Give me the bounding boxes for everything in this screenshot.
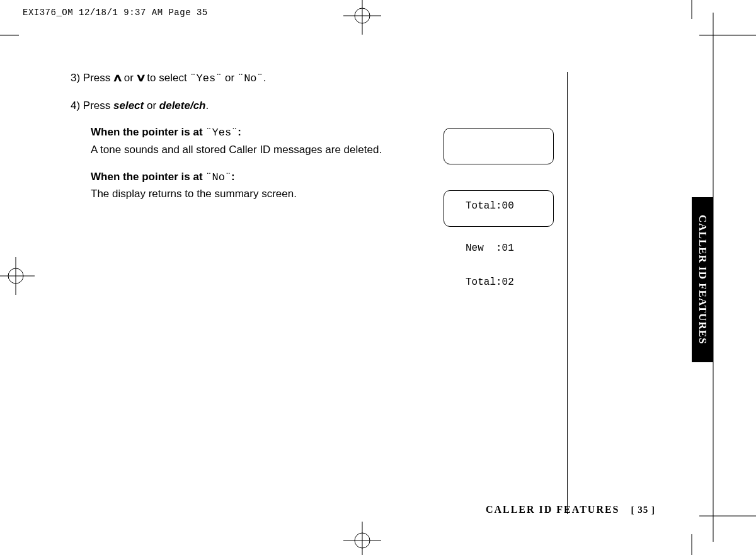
text: or <box>121 72 137 84</box>
lcd-text-no: ¨No¨ <box>205 171 231 183</box>
no-case-block: When the pointer is at ¨No¨: The display… <box>91 169 387 202</box>
up-arrow-icon: ∧ <box>112 71 123 86</box>
registration-mark-top-icon <box>343 0 381 35</box>
text: or <box>144 100 159 112</box>
registration-mark-left-icon <box>0 257 35 295</box>
side-tab-label: CALLER ID FEATURES <box>692 197 713 362</box>
text: or <box>222 72 238 84</box>
text: . <box>206 100 209 112</box>
page-footer: CALLER ID FEATURES [ 35 ] <box>378 504 655 515</box>
page: EXI376_OM 12/18/1 9:37 AM Page 35 <box>0 0 756 555</box>
down-arrow-icon: ∨ <box>135 71 146 86</box>
step-3: 3) Press ∧ or ∨ to select ¨Yes¨ or ¨No¨. <box>71 71 549 87</box>
delete-ch-key-label: delete/ch <box>159 100 206 112</box>
yes-case-text: A tone sounds and all stored Caller ID m… <box>91 142 387 158</box>
yes-heading-post: : <box>238 126 241 138</box>
yes-heading-pre: When the pointer is at <box>91 126 205 138</box>
footer-page-number: [ 35 ] <box>631 505 656 515</box>
footer-section: CALLER ID FEATURES <box>486 504 620 515</box>
svg-point-2 <box>355 8 370 23</box>
lcd-text-yes: ¨Yes¨ <box>205 127 238 139</box>
lcd-display-total: Total:00 <box>444 128 554 164</box>
text: 4) Press <box>71 100 113 112</box>
registration-mark-bottom-icon <box>343 522 381 555</box>
no-heading-post: : <box>231 171 235 183</box>
lcd-text-yes: ¨Yes¨ <box>190 72 222 84</box>
lcd-line: New :01 <box>466 243 553 254</box>
svg-point-5 <box>355 533 370 548</box>
lcd-text-no: ¨No¨ <box>238 72 263 84</box>
no-heading-pre: When the pointer is at <box>91 171 205 183</box>
column-divider <box>567 72 568 514</box>
yes-case-block: When the pointer is at ¨Yes¨: A tone sou… <box>91 125 387 157</box>
step-4: 4) Press select or delete/ch. <box>71 98 549 114</box>
lcd-line: Total:02 <box>466 277 553 288</box>
svg-point-8 <box>8 268 23 283</box>
text: 3) Press <box>71 72 113 84</box>
lcd-display-summary: New :01 Total:02 <box>444 190 554 227</box>
no-case-text: The display returns to the summary scree… <box>91 186 387 202</box>
print-header: EXI376_OM 12/18/1 9:37 AM Page 35 <box>23 8 208 18</box>
text: to select <box>144 72 190 84</box>
select-key-label: select <box>113 100 144 112</box>
text: . <box>263 72 266 84</box>
